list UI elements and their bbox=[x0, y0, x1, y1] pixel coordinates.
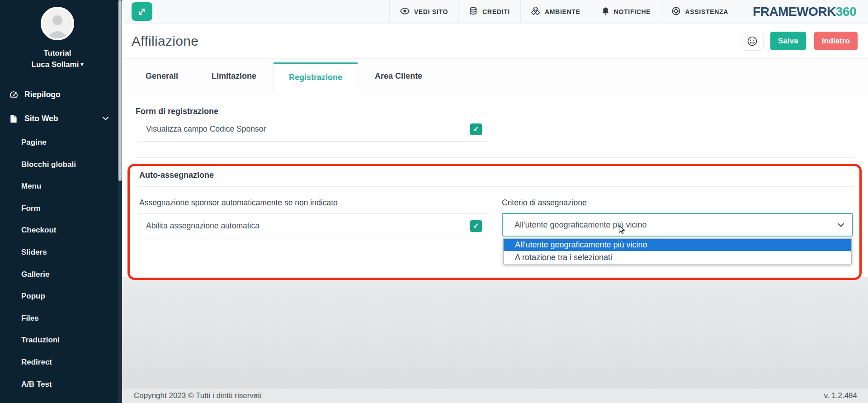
sidebar-item-pagine[interactable]: Pagine bbox=[21, 136, 47, 149]
workspace-name: Tutorial bbox=[0, 49, 115, 58]
main-content: Affiliazione Salva Indietro Generali Lim… bbox=[122, 24, 868, 403]
framework360-logo[interactable]: FRAMEWORK360 bbox=[739, 0, 868, 24]
eye-icon bbox=[400, 8, 410, 16]
topbar-item-ambiente[interactable]: AMBIENTE bbox=[520, 0, 591, 24]
sidebar-item-riepilogo[interactable]: Riepilogo bbox=[0, 88, 115, 101]
page-header: Affiliazione Salva Indietro bbox=[122, 24, 868, 59]
topbar-item-vedi-sito[interactable]: VEDI SITO bbox=[389, 0, 458, 24]
expand-button[interactable] bbox=[132, 2, 152, 21]
sidebar-item-traduzioni[interactable]: Traduzioni bbox=[21, 334, 60, 346]
page-background bbox=[122, 277, 868, 388]
section-heading-registrazione: Form di registrazione bbox=[136, 107, 218, 116]
tab-bar: Generali Limitazione Registrazione Area … bbox=[122, 59, 868, 91]
back-button[interactable]: Indietro bbox=[814, 32, 858, 50]
tab-registrazione[interactable]: Registrazione bbox=[273, 62, 358, 91]
label-assegnazione-sponsor: Assegnazione sponsor automaticamente se … bbox=[139, 198, 338, 208]
sidebar: Tutorial Luca Sollami▾ Riepilogo Sito We… bbox=[0, 0, 122, 403]
avatar[interactable] bbox=[41, 7, 74, 40]
topbar-item-notifiche[interactable]: NOTIFICHE bbox=[591, 0, 661, 24]
app-window: Tutorial Luca Sollami▾ Riepilogo Sito We… bbox=[0, 0, 868, 403]
checkbox-abilita-assegnazione[interactable] bbox=[470, 220, 482, 232]
expand-diagonal-icon bbox=[137, 7, 146, 16]
page-icon bbox=[9, 114, 18, 123]
row-codice-sponsor: Visualizza campo Codice Sponsor bbox=[138, 117, 488, 142]
select-chevron-icon bbox=[838, 223, 844, 227]
chevron-down-icon bbox=[103, 117, 108, 120]
topbar-item-assistenza[interactable]: ASSISTENZA bbox=[661, 0, 739, 24]
person-icon bbox=[42, 9, 72, 38]
topbar-item-crediti[interactable]: CREDITI bbox=[458, 0, 520, 24]
life-ring-icon bbox=[672, 7, 680, 17]
sidebar-item-gallerie[interactable]: Gallerie bbox=[21, 268, 49, 281]
sidebar-item-redirect[interactable]: Redirect bbox=[21, 356, 52, 369]
sidebar-item-checkout[interactable]: Checkout bbox=[21, 224, 56, 237]
scrollbar-thumb[interactable] bbox=[118, 0, 122, 181]
checkbox-codice-sponsor[interactable] bbox=[470, 123, 482, 135]
sidebar-scrollbar[interactable] bbox=[118, 0, 122, 403]
option-utente-vicino[interactable]: All'utente geograficamente più vicino bbox=[504, 239, 851, 251]
tab-area-cliente[interactable]: Area Cliente bbox=[358, 62, 439, 91]
coins-icon bbox=[469, 7, 478, 17]
emoji-button[interactable] bbox=[741, 32, 764, 51]
select-criterio-assegnazione[interactable]: All'utente geograficamente più vicino bbox=[502, 213, 853, 237]
section-divider bbox=[136, 157, 854, 158]
caret-down-icon: ▾ bbox=[80, 61, 83, 67]
user-menu[interactable]: Luca Sollami▾ bbox=[0, 60, 115, 69]
version-text: v. 1.2.484 bbox=[824, 391, 857, 400]
sidebar-item-blocchi-globali[interactable]: Blocchi globali bbox=[21, 158, 76, 171]
heading-divider bbox=[138, 186, 854, 187]
sidebar-item-sliders[interactable]: Sliders bbox=[21, 246, 47, 259]
select-options-list: All'utente geograficamente più vicino A … bbox=[503, 238, 852, 264]
section-heading-auto-assegnazione: Auto-assegnazione bbox=[139, 171, 214, 180]
gauge-icon bbox=[9, 90, 18, 99]
sidebar-item-menu[interactable]: Menu bbox=[21, 180, 41, 193]
footer: Copyright 2023 © Tutti i diritti riserva… bbox=[122, 388, 868, 403]
sidebar-item-ab-test[interactable]: A/B Test bbox=[21, 378, 52, 391]
save-button[interactable]: Salva bbox=[770, 32, 806, 50]
smiley-icon bbox=[747, 36, 758, 47]
copyright-text: Copyright 2023 © Tutti i diritti riserva… bbox=[134, 391, 262, 400]
option-rotazione[interactable]: A rotazione tra i selezionati bbox=[504, 251, 851, 264]
sidebar-item-files[interactable]: Files bbox=[21, 312, 39, 325]
page-title: Affiliazione bbox=[132, 33, 198, 49]
row-abilita-assegnazione: Abilita assegnazione automatica bbox=[138, 213, 488, 238]
bell-icon bbox=[602, 7, 609, 17]
sidebar-item-sito-web[interactable]: Sito Web bbox=[0, 112, 115, 125]
sidebar-item-form[interactable]: Form bbox=[21, 202, 41, 215]
topbar: VEDI SITO CREDITI AMBIENTE NOTIFICHE ASS… bbox=[122, 0, 868, 24]
sidebar-item-popup[interactable]: Popup bbox=[21, 290, 45, 303]
tab-generali[interactable]: Generali bbox=[129, 62, 195, 91]
label-criterio-assegnazione: Criterio di assegnazione bbox=[502, 198, 587, 208]
tab-limitazione[interactable]: Limitazione bbox=[195, 62, 273, 91]
cubes-icon bbox=[531, 7, 540, 17]
